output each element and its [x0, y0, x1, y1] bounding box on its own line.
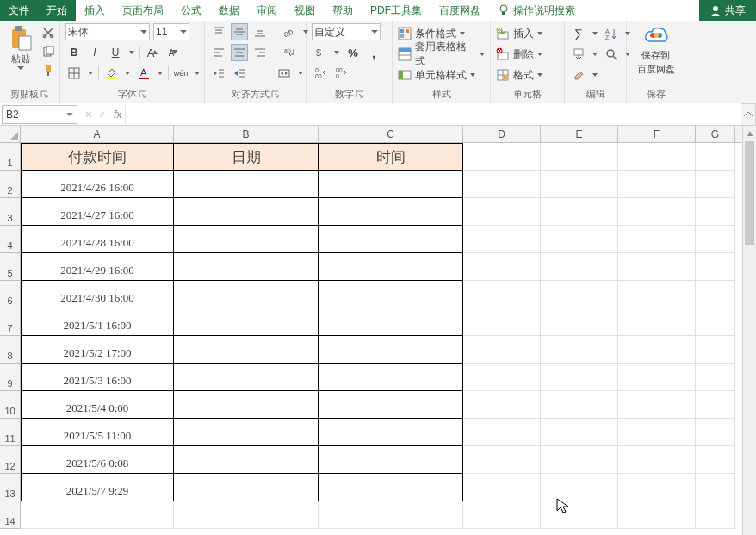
- cell[interactable]: [174, 501, 319, 529]
- cell[interactable]: 付款时间: [21, 143, 174, 171]
- tab-insert[interactable]: 插入: [76, 0, 114, 21]
- cell[interactable]: [618, 336, 696, 364]
- cell-style-button[interactable]: 单元格样式: [398, 65, 485, 84]
- fill-dropdown[interactable]: [591, 53, 599, 56]
- fill-button[interactable]: [570, 46, 587, 63]
- cell[interactable]: [618, 143, 696, 171]
- increase-decimal-button[interactable]: .0.00: [312, 65, 329, 82]
- align-left-button[interactable]: [210, 44, 227, 61]
- percent-button[interactable]: %: [344, 44, 362, 61]
- sort-filter-button[interactable]: AZ: [603, 25, 620, 42]
- cell[interactable]: 时间: [319, 143, 463, 171]
- fx-icon[interactable]: fx: [114, 109, 121, 121]
- scrollbar-thumb[interactable]: [745, 141, 754, 245]
- cell[interactable]: [463, 446, 541, 474]
- cell[interactable]: [319, 501, 463, 529]
- wrap-text-button[interactable]: ab: [281, 44, 298, 61]
- cell[interactable]: 2021/5/3 16:00: [21, 364, 174, 391]
- cell[interactable]: [618, 198, 696, 226]
- cell[interactable]: [696, 364, 735, 391]
- increase-font-button[interactable]: A: [144, 44, 161, 61]
- row-header[interactable]: 13: [0, 474, 21, 501]
- cell[interactable]: [463, 336, 541, 364]
- cell[interactable]: [541, 446, 618, 474]
- cell[interactable]: [174, 308, 319, 336]
- clear-dropdown[interactable]: [591, 73, 599, 77]
- cell[interactable]: [319, 198, 463, 226]
- cell[interactable]: [319, 446, 463, 474]
- tab-view[interactable]: 视图: [286, 0, 324, 21]
- cell[interactable]: [541, 143, 618, 171]
- cell[interactable]: [618, 446, 696, 474]
- cell[interactable]: 2021/5/1 16:00: [21, 308, 174, 336]
- font-size-combo[interactable]: 11: [153, 23, 189, 40]
- cell[interactable]: [618, 364, 696, 391]
- insert-cells-button[interactable]: 插入: [496, 24, 542, 43]
- share-button[interactable]: 共享: [699, 0, 756, 21]
- bold-button[interactable]: B: [65, 44, 83, 61]
- cell[interactable]: [696, 391, 735, 419]
- border-button[interactable]: [65, 65, 83, 82]
- cell[interactable]: [319, 419, 463, 446]
- cell[interactable]: [618, 391, 696, 419]
- cell[interactable]: [319, 364, 463, 391]
- cell[interactable]: [541, 171, 618, 198]
- select-all-button[interactable]: [0, 126, 21, 142]
- row-header[interactable]: 5: [0, 253, 21, 281]
- column-header[interactable]: E: [541, 126, 618, 142]
- autosum-dropdown[interactable]: [591, 32, 599, 35]
- row-header[interactable]: 14: [0, 501, 21, 529]
- fill-color-button[interactable]: [102, 65, 120, 82]
- cell[interactable]: [541, 336, 618, 364]
- phonetic-dropdown[interactable]: [193, 72, 201, 75]
- cell[interactable]: [618, 501, 696, 529]
- increase-indent-button[interactable]: [231, 65, 248, 82]
- align-center-button[interactable]: [231, 44, 248, 61]
- cell[interactable]: [174, 419, 319, 446]
- tab-baidu-disk[interactable]: 百度网盘: [431, 0, 489, 21]
- cell[interactable]: [463, 391, 541, 419]
- cell[interactable]: [21, 501, 174, 529]
- row-header[interactable]: 7: [0, 308, 21, 336]
- comma-button[interactable]: ,: [365, 44, 382, 61]
- accounting-dropdown[interactable]: [332, 51, 341, 54]
- align-bottom-button[interactable]: [251, 23, 269, 40]
- cell[interactable]: [696, 226, 735, 253]
- cell[interactable]: [463, 143, 541, 171]
- collapse-ribbon-button[interactable]: [741, 103, 756, 126]
- cell[interactable]: [541, 391, 618, 419]
- align-top-button[interactable]: [210, 23, 227, 40]
- scroll-up-button[interactable]: ▴: [743, 126, 756, 140]
- row-header[interactable]: 2: [0, 171, 21, 198]
- cell[interactable]: [174, 198, 319, 226]
- cell[interactable]: [319, 474, 463, 501]
- cell[interactable]: 2021/5/7 9:29: [21, 474, 174, 501]
- cell[interactable]: [463, 171, 541, 198]
- cell[interactable]: [696, 419, 735, 446]
- cell[interactable]: [463, 474, 541, 501]
- cell[interactable]: 日期: [174, 143, 319, 171]
- tab-file[interactable]: 文件: [0, 0, 38, 21]
- cell[interactable]: [696, 501, 735, 529]
- column-header[interactable]: C: [319, 126, 463, 142]
- cancel-formula-button[interactable]: ✕: [84, 109, 93, 121]
- cell[interactable]: [696, 446, 735, 474]
- underline-button[interactable]: U: [107, 44, 124, 61]
- cell[interactable]: [174, 391, 319, 419]
- tab-home[interactable]: 开始: [38, 0, 76, 21]
- tab-page-layout[interactable]: 页面布局: [114, 0, 172, 21]
- row-header[interactable]: 3: [0, 198, 21, 226]
- font-name-combo[interactable]: 宋体: [65, 23, 150, 40]
- cell[interactable]: [541, 198, 618, 226]
- dialog-launcher-icon[interactable]: [40, 90, 49, 99]
- delete-cells-button[interactable]: 删除: [496, 45, 542, 64]
- align-middle-button[interactable]: [231, 23, 248, 40]
- row-header[interactable]: 6: [0, 281, 21, 308]
- dialog-launcher-icon[interactable]: [356, 90, 364, 99]
- accounting-format-button[interactable]: $: [312, 44, 329, 61]
- cell[interactable]: [696, 474, 735, 501]
- cell[interactable]: [618, 253, 696, 281]
- number-format-combo[interactable]: 自定义: [312, 23, 381, 40]
- tab-pdf-tools[interactable]: PDF工具集: [362, 0, 431, 21]
- cell[interactable]: 2021/5/2 17:00: [21, 336, 174, 364]
